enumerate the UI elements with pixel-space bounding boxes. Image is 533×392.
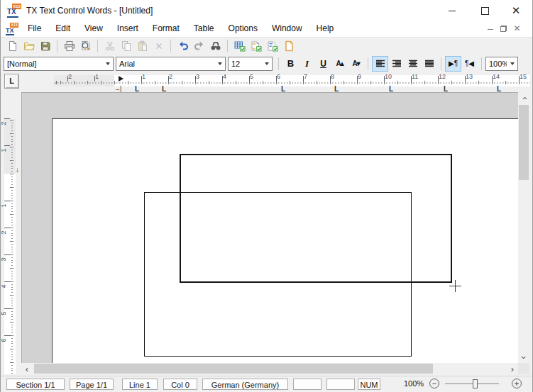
new-document-button[interactable]	[4, 38, 21, 54]
insert-table-button[interactable]	[231, 38, 248, 54]
font-family-combo[interactable]: Arial	[116, 57, 226, 71]
document-restore-button[interactable]	[498, 24, 509, 34]
bold-button[interactable]: B	[282, 56, 299, 72]
underline-button[interactable]: U	[315, 56, 331, 72]
copy-button	[118, 38, 134, 54]
print-preview-button[interactable]	[77, 38, 94, 54]
scroll-right-button[interactable]: ›	[507, 363, 518, 374]
ruler-tick	[4, 254, 10, 255]
ruler-number: 1	[0, 203, 7, 207]
ruler-number: 1	[95, 73, 99, 80]
tab-stop-marker[interactable]: L	[444, 86, 448, 92]
insert-headers-footers-button[interactable]	[264, 38, 280, 54]
undo-button[interactable]	[175, 38, 191, 54]
left-margin-marker[interactable]: →|	[114, 86, 121, 92]
italic-button[interactable]: I	[299, 56, 315, 72]
formatting-toolbar: [Normal] Arial 12 BIUA▴A▾ ▶¶¶◀ 100%	[1, 55, 532, 72]
paste-button	[134, 38, 150, 54]
tab-stop-marker[interactable]: L	[162, 86, 166, 92]
ruler-tick	[4, 281, 10, 282]
ruler-number: 10	[385, 73, 392, 80]
scroll-down-button[interactable]: ›	[518, 352, 529, 363]
scrollbar-corner	[518, 363, 529, 374]
document-icon[interactable]: X13 TX	[6, 23, 18, 35]
status-line: Line 1	[122, 379, 158, 390]
vertical-scroll-thumb[interactable]	[519, 105, 529, 180]
align-left-button[interactable]	[372, 56, 388, 72]
tab-stop-marker[interactable]: L	[497, 86, 501, 92]
window-maximize-button[interactable]	[470, 0, 500, 21]
ruler-number: 12	[439, 73, 446, 80]
print-button[interactable]	[61, 38, 77, 54]
document-close-button[interactable]: ✕	[512, 24, 522, 34]
cut-icon	[104, 40, 116, 52]
save-button[interactable]	[37, 38, 53, 54]
zoom-out-button[interactable]: −	[429, 379, 439, 388]
menu-options[interactable]: Options	[221, 21, 265, 37]
menu-format[interactable]: Format	[145, 21, 187, 37]
chevron-down-icon[interactable]	[102, 62, 113, 65]
window-minimize-button[interactable]	[437, 0, 467, 21]
print-icon	[64, 40, 75, 52]
ruler-tick	[4, 335, 10, 336]
menu-help[interactable]: Help	[309, 21, 341, 37]
ruler-number: 13	[466, 73, 473, 80]
paragraph-style-combo[interactable]: [Normal]	[4, 57, 114, 71]
text-direction-ltr-button[interactable]: ▶¶	[445, 56, 461, 72]
app-icon-label: TX	[7, 8, 18, 18]
ruler-ticks	[54, 75, 530, 86]
horizontal-scrollbar[interactable]: ‹ ›	[21, 363, 518, 374]
text-direction-rtl-button[interactable]: ¶◀	[461, 56, 478, 72]
tab-stop-marker[interactable]: L	[389, 86, 393, 92]
horizontal-scroll-thumb[interactable]	[34, 364, 433, 374]
zoom-combo[interactable]: 100%	[485, 57, 518, 71]
grow-font-button[interactable]: A▴	[331, 56, 348, 72]
menu-window[interactable]: Window	[265, 21, 309, 37]
vertical-scrollbar[interactable]: › ›	[518, 92, 529, 363]
open-folder-button[interactable]	[21, 38, 37, 54]
toolbar-separator	[170, 40, 171, 52]
window-close-button[interactable]: ✕	[501, 0, 531, 21]
tab-type-selector-button[interactable]: L	[4, 74, 19, 89]
text-direction-buttons: ▶¶¶◀	[445, 56, 478, 72]
ruler-number: 6	[0, 338, 7, 342]
zoom-slider-thumb[interactable]	[473, 379, 478, 388]
menu-view[interactable]: View	[77, 21, 110, 37]
menu-edit[interactable]: Edit	[48, 21, 77, 37]
chevron-down-icon[interactable]	[261, 62, 272, 65]
menu-table[interactable]: Table	[187, 21, 221, 37]
chevron-down-icon[interactable]	[507, 62, 517, 65]
underline-button-glyph: U	[320, 59, 326, 69]
scroll-up-button[interactable]: ›	[518, 92, 529, 103]
menu-insert[interactable]: Insert	[110, 21, 145, 37]
standard-toolbar	[1, 38, 532, 55]
find-button[interactable]	[207, 38, 224, 54]
align-right-icon	[391, 58, 402, 69]
zoom-slider-track[interactable]	[445, 383, 499, 384]
menu-bar: X13 TX FileEditViewInsertFormatTableOpti…	[1, 21, 532, 38]
zoom-in-button[interactable]: +	[512, 379, 522, 388]
ruler-number: 1	[142, 73, 145, 80]
insert-text-frame-button[interactable]	[248, 38, 264, 54]
save-icon	[40, 40, 51, 52]
font-style-buttons: BIUA▴A▾	[282, 56, 364, 72]
align-center-button[interactable]	[405, 56, 421, 72]
shrink-font-button[interactable]: A▾	[348, 56, 364, 72]
align-right-button[interactable]	[388, 56, 405, 72]
insert-page-button[interactable]	[280, 38, 297, 54]
chevron-down-icon[interactable]	[214, 62, 225, 65]
ruler-number: 9	[358, 73, 361, 80]
menu-file[interactable]: File	[21, 21, 48, 37]
tab-stop-marker[interactable]: L	[334, 86, 339, 92]
scroll-left-button[interactable]: ‹	[21, 363, 33, 374]
tab-stop-marker[interactable]: L	[281, 86, 285, 92]
first-line-indent-marker[interactable]	[119, 76, 123, 82]
tab-stop-marker[interactable]: L	[135, 86, 139, 92]
document-minimize-button[interactable]	[485, 24, 495, 34]
justify-button[interactable]	[421, 56, 437, 72]
font-size-combo[interactable]: 12	[228, 57, 273, 71]
status-language: German (Germany)	[202, 379, 288, 390]
align-left-icon	[375, 58, 386, 69]
status-section: Section 1/1	[6, 379, 65, 390]
top-margin-marker[interactable]: ↓	[16, 166, 19, 174]
